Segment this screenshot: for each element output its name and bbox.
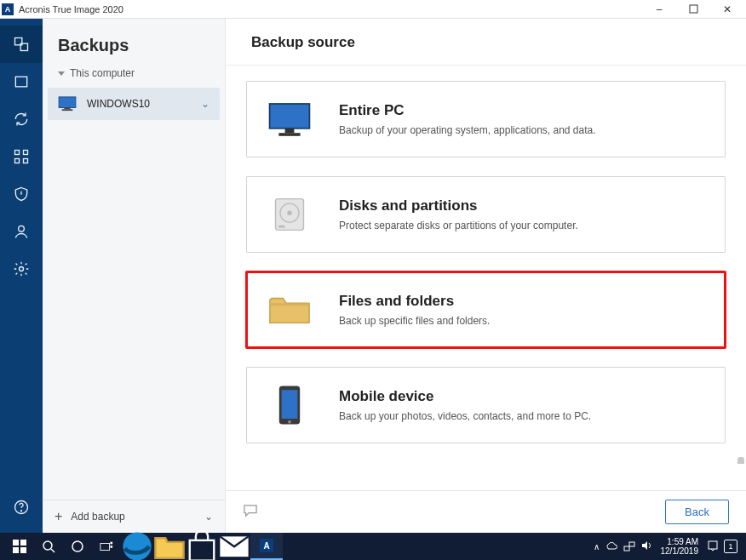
sidebar: Backups This computer WINDOWS10 ⌄ + Add … xyxy=(43,19,226,533)
search-button[interactable] xyxy=(34,533,63,560)
svg-rect-4 xyxy=(15,151,20,155)
taskbar-app-store[interactable] xyxy=(186,533,218,560)
comment-icon[interactable] xyxy=(243,504,258,520)
sidebar-title: Backups xyxy=(43,19,225,64)
backup-source-options: Entire PC Backup of your operating syste… xyxy=(226,66,746,464)
sidebar-item-windows10[interactable]: WINDOWS10 ⌄ xyxy=(48,88,220,120)
pc-icon xyxy=(264,95,315,143)
taskbar-app-acronis[interactable]: A xyxy=(250,533,283,560)
nav-protection[interactable] xyxy=(0,175,43,213)
sidebar-group-this-computer[interactable]: This computer xyxy=(43,64,225,84)
svg-point-20 xyxy=(287,210,292,215)
tray-chevron-icon[interactable]: ∧ xyxy=(594,542,600,551)
taskbar-app-explorer[interactable] xyxy=(153,533,186,560)
sidebar-group-label: This computer xyxy=(70,67,135,79)
nav-archive[interactable] xyxy=(0,63,43,100)
tray-badge[interactable]: 1 xyxy=(724,540,737,553)
sidebar-item-label: WINDOWS10 xyxy=(87,98,150,110)
option-title: Files and folders xyxy=(339,293,490,310)
main-footer: Back xyxy=(226,490,746,533)
svg-rect-21 xyxy=(278,226,284,228)
plus-icon: + xyxy=(55,509,62,524)
option-desc: Protect separate disks or partitions of … xyxy=(339,220,578,231)
option-title: Disks and partitions xyxy=(339,197,578,214)
nav-rail xyxy=(0,19,43,533)
windows-taskbar: A ∧ 1:59 AM 12/1/2019 1 xyxy=(0,533,746,560)
svg-rect-13 xyxy=(64,108,70,110)
svg-rect-37 xyxy=(190,540,215,560)
svg-point-32 xyxy=(72,541,83,551)
tray-time: 1:59 AM xyxy=(661,537,699,546)
nav-settings[interactable] xyxy=(0,250,43,288)
svg-rect-34 xyxy=(110,542,112,545)
chevron-down-icon: ⌄ xyxy=(204,511,213,523)
svg-line-31 xyxy=(51,549,55,552)
maximize-button[interactable] xyxy=(676,1,710,18)
svg-rect-28 xyxy=(13,547,19,553)
option-disks[interactable]: Disks and partitions Protect separate di… xyxy=(246,176,726,253)
svg-rect-26 xyxy=(13,540,19,546)
chevron-down-icon: ⌄ xyxy=(201,98,209,110)
svg-point-25 xyxy=(288,420,291,424)
svg-rect-41 xyxy=(709,541,717,549)
tray-network-icon[interactable] xyxy=(623,540,635,553)
option-entire-pc[interactable]: Entire PC Backup of your operating syste… xyxy=(246,81,726,157)
svg-rect-0 xyxy=(690,5,697,13)
monitor-icon xyxy=(58,96,77,111)
svg-rect-14 xyxy=(62,109,73,111)
option-files-folders[interactable]: Files and folders Back up specific files… xyxy=(246,271,726,348)
tray-date: 12/1/2019 xyxy=(661,546,699,556)
tray-volume-icon[interactable] xyxy=(640,540,652,553)
option-mobile[interactable]: Mobile device Back up your photos, video… xyxy=(246,367,726,443)
nav-tools[interactable] xyxy=(0,138,43,175)
nav-backup[interactable] xyxy=(0,26,43,63)
close-button[interactable]: ✕ xyxy=(710,1,744,18)
taskbar-app-mail[interactable] xyxy=(218,533,250,560)
window-titlebar: A Acronis True Image 2020 – ✕ xyxy=(0,0,746,19)
option-desc: Back up your photos, videos, contacts, a… xyxy=(339,410,591,422)
disk-icon xyxy=(264,191,315,238)
svg-point-30 xyxy=(43,541,52,550)
svg-rect-29 xyxy=(20,547,26,553)
svg-rect-6 xyxy=(15,159,20,163)
svg-point-8 xyxy=(19,226,25,231)
mobile-icon xyxy=(264,381,315,429)
svg-point-9 xyxy=(20,267,24,271)
svg-rect-12 xyxy=(59,97,76,108)
option-desc: Back up specific files and folders. xyxy=(339,315,490,327)
cortana-button[interactable] xyxy=(63,533,92,560)
option-title: Mobile device xyxy=(339,388,591,405)
tray-notifications-icon[interactable] xyxy=(707,540,719,553)
svg-rect-40 xyxy=(629,542,634,546)
svg-rect-16 xyxy=(285,129,295,133)
window-title: Acronis True Image 2020 xyxy=(19,4,123,14)
svg-rect-5 xyxy=(24,151,28,155)
svg-rect-3 xyxy=(15,77,26,87)
option-desc: Backup of your operating system, applica… xyxy=(339,124,596,136)
svg-rect-15 xyxy=(270,104,310,129)
collapse-icon xyxy=(58,71,65,76)
add-backup-button[interactable]: + Add backup ⌄ xyxy=(43,500,225,533)
add-backup-label: Add backup xyxy=(71,511,124,523)
app-icon: A xyxy=(2,3,14,15)
minimize-button[interactable]: – xyxy=(642,1,676,18)
task-view-button[interactable] xyxy=(92,533,121,560)
start-button[interactable] xyxy=(5,533,34,560)
svg-rect-24 xyxy=(282,390,298,419)
svg-rect-33 xyxy=(100,543,110,550)
svg-rect-39 xyxy=(624,546,629,551)
nav-help[interactable] xyxy=(0,489,43,526)
svg-rect-27 xyxy=(20,540,26,546)
tray-onedrive-icon[interactable] xyxy=(605,540,618,552)
option-title: Entire PC xyxy=(339,102,596,119)
svg-rect-7 xyxy=(24,159,28,163)
svg-point-11 xyxy=(21,511,22,511)
back-button[interactable]: Back xyxy=(665,500,729,524)
nav-account[interactable] xyxy=(0,213,43,250)
svg-rect-17 xyxy=(278,133,300,136)
tray-clock[interactable]: 1:59 AM 12/1/2019 xyxy=(657,537,703,556)
svg-rect-22 xyxy=(270,303,309,306)
scrollbar[interactable] xyxy=(737,457,744,464)
taskbar-app-edge[interactable] xyxy=(121,533,153,560)
nav-sync[interactable] xyxy=(0,100,43,138)
